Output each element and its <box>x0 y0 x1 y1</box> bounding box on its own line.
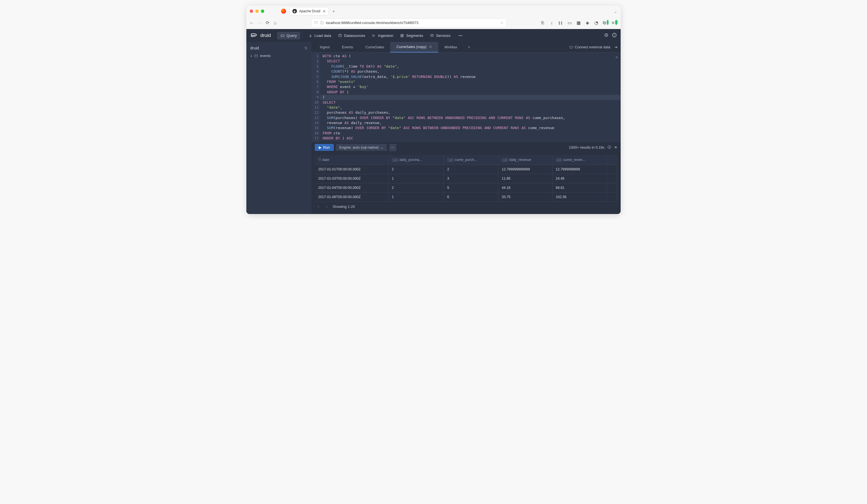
schema-item-events[interactable]: ▸events <box>249 53 309 59</box>
druid-logo[interactable]: druid <box>250 32 271 40</box>
cell: 2 <box>388 183 444 193</box>
connect-external-button[interactable]: Connect external data <box>569 45 610 49</box>
tabs-overflow-icon[interactable]: ⌄ <box>614 9 617 14</box>
svg-point-11 <box>606 34 607 35</box>
cell: 2 <box>444 165 498 174</box>
url-field[interactable]: 🛡 ⓘ localhost:8888/unified-console.html#… <box>311 19 507 28</box>
menu-icon[interactable]: ≡ <box>612 20 617 25</box>
tab-ingest[interactable]: Ingest <box>314 42 336 53</box>
grid-icon[interactable]: ▦ <box>576 20 581 25</box>
info-icon: ⓘ <box>320 20 324 25</box>
collapse-panel-icon[interactable]: ⇥ <box>614 45 617 49</box>
column-header[interactable]: 123cume_reven... <box>553 155 607 165</box>
code-line-8[interactable]: GROUP BY 1 <box>323 90 621 95</box>
nav-more[interactable] <box>455 32 466 40</box>
close-tab-icon[interactable]: ✕ <box>323 9 326 13</box>
table-row[interactable]: 2017-01-03T00:00:00.000Z1311.6524.45 <box>315 174 617 183</box>
nav-segments[interactable]: Segments <box>397 32 427 40</box>
table-row[interactable]: 2017-01-06T00:00:00.000Z1633.75102.36 <box>315 193 617 202</box>
nav-query[interactable]: Query <box>277 32 300 40</box>
column-header[interactable]: 123cume_purch... <box>444 155 498 165</box>
maximize-window[interactable] <box>261 10 264 13</box>
svg-point-7 <box>459 35 460 36</box>
svg-rect-3 <box>403 34 404 35</box>
reader-icon[interactable]: ▭ <box>567 20 572 25</box>
svg-point-6 <box>431 34 433 35</box>
back-button[interactable]: ← <box>249 20 254 25</box>
cell: 44.16 <box>498 183 552 193</box>
code-line-14[interactable]: revenue AS daily_revenue, <box>323 120 621 126</box>
pocket-icon[interactable]: ⎘ <box>540 20 545 25</box>
engine-selector[interactable]: Engine: auto (sql-native) ⌄ <box>336 144 387 151</box>
cell: 2017-01-04T00:00:00.000Z <box>315 183 388 193</box>
run-button[interactable]: ▶ Run <box>315 144 334 151</box>
code-menu-icon[interactable]: ≡ <box>616 55 618 60</box>
bookmark-star-icon[interactable]: ☆ <box>500 21 504 25</box>
code-line-7[interactable]: WHERE event = 'buy' <box>323 84 621 89</box>
help-icon[interactable]: ? <box>612 33 617 39</box>
svg-rect-14 <box>255 54 258 57</box>
page-next-button[interactable]: › <box>324 204 329 209</box>
perf-icon[interactable]: ◔ <box>594 20 599 25</box>
nav-ingestion[interactable]: Ingestion <box>368 32 397 40</box>
new-tab-button[interactable]: ＋ <box>332 9 336 14</box>
code-line-16[interactable]: FROM cte <box>323 131 621 136</box>
home-button[interactable]: ⌂ <box>272 20 278 25</box>
close-tab-icon[interactable]: ✕ <box>429 45 432 49</box>
page-prev-button[interactable]: ‹ <box>316 204 321 209</box>
svg-point-9 <box>461 35 462 36</box>
shield-toolbar-icon[interactable]: ◈ <box>585 20 590 25</box>
close-window[interactable] <box>250 10 253 13</box>
cell: 2017-01-01T00:00:00.000Z <box>315 165 388 174</box>
download-results-icon[interactable] <box>607 145 611 150</box>
close-results-icon[interactable]: ✕ <box>614 145 617 149</box>
nav-load-data[interactable]: Load data <box>305 32 335 40</box>
column-header[interactable]: 123daily_revenue <box>498 155 552 165</box>
code-line-17[interactable]: ORDER BY 1 ASC <box>323 136 621 141</box>
code-line-11[interactable]: "date", <box>323 105 621 110</box>
reload-button[interactable]: ⟳ <box>265 20 270 25</box>
column-header[interactable]: 123daily_purcha... <box>388 155 444 165</box>
column-header[interactable]: date <box>315 155 388 165</box>
tab-events[interactable]: Events <box>336 42 359 53</box>
tab-title: Apache Druid <box>299 9 320 13</box>
chevron-down-icon: ⌄ <box>381 145 384 149</box>
code-line-6[interactable]: FROM "events" <box>323 79 621 84</box>
code-line-9[interactable]: ) <box>320 95 621 100</box>
tab-cumesales-copy-[interactable]: CumeSales (copy)✕ <box>390 42 438 53</box>
nav-datasources[interactable]: Datasources <box>335 32 369 40</box>
code-line-3[interactable]: FLOOR(__time TO DAY) AS "date", <box>323 64 621 69</box>
tab-cumesales[interactable]: CumeSales <box>359 42 390 53</box>
downloads-icon[interactable]: ↓ <box>549 20 554 25</box>
code-line-10[interactable]: SELECT <box>323 100 621 105</box>
brand-text: druid <box>260 33 271 38</box>
schema-name: druid <box>250 46 259 50</box>
svg-point-8 <box>460 35 461 36</box>
code-line-2[interactable]: SELECT <box>323 59 621 64</box>
tab-minmax[interactable]: MinMax <box>438 42 463 53</box>
minimize-window[interactable] <box>255 10 259 13</box>
code-line-12[interactable]: purchases AS daily_purchases, <box>323 110 621 115</box>
code-line-4[interactable]: COUNT(*) AS purchases, <box>323 69 621 74</box>
settings-gear-icon[interactable] <box>604 33 609 39</box>
code-line-5[interactable]: SUM(JSON_VALUE(extra_data, '$.price' RET… <box>323 74 621 79</box>
cell: 11.65 <box>498 174 552 183</box>
cell: 102.36 <box>553 193 607 202</box>
schema-sort-icon[interactable]: ⇅ <box>304 46 308 50</box>
library-icon[interactable]: ⫿⫿ <box>558 20 563 25</box>
code-line-15[interactable]: SUM(revenue) OVER (ORDER BY "date" ASC R… <box>323 126 621 130</box>
cell: 2017-01-06T00:00:00.000Z <box>315 193 388 202</box>
table-row[interactable]: 2017-01-01T00:00:00.000Z2212.79999999999… <box>315 165 617 174</box>
shield-icon: 🛡 <box>314 21 318 25</box>
cell: 2017-01-03T00:00:00.000Z <box>315 174 388 183</box>
code-line-13[interactable]: SUM(purchases) OVER (ORDER BY "date" ASC… <box>323 115 621 120</box>
nav-services[interactable]: Services <box>427 32 454 40</box>
extension-icon[interactable]: ⧉ <box>603 20 608 25</box>
table-row[interactable]: 2017-01-04T00:00:00.000Z2544.1668.61 <box>315 183 617 193</box>
add-tab-button[interactable]: ＋ <box>463 44 474 50</box>
svg-rect-5 <box>403 36 404 37</box>
more-options-button[interactable]: ⋯ <box>389 144 396 151</box>
cell: 1 <box>388 174 444 183</box>
code-line-1[interactable]: WITH cte AS ( <box>323 54 621 59</box>
browser-tab[interactable]: ◐ Apache Druid ✕ <box>289 7 329 15</box>
